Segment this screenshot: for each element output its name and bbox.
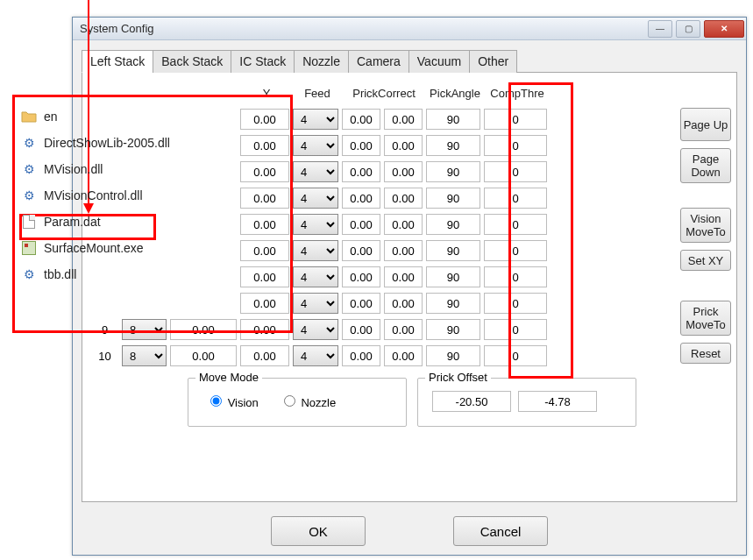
row-y-input[interactable] [240,319,289,340]
row-prickcorrect1-input[interactable] [342,214,380,235]
row-compthre-input[interactable] [484,240,547,261]
row-feed-select[interactable]: 4 [293,266,338,287]
row-compthre-input[interactable] [484,345,547,366]
maximize-button[interactable]: ▢ [676,20,700,38]
row-pickangle-input[interactable] [426,293,480,314]
vision-moveto-button[interactable]: Vision MoveTo [680,208,731,243]
folder-icon [21,109,37,124]
row-pickangle-input[interactable] [426,188,480,209]
row-prickcorrect2-input[interactable] [384,188,423,209]
row-prickcorrect1-input[interactable] [342,188,380,209]
row-pickangle-input[interactable] [426,266,480,287]
row-prickcorrect2-input[interactable] [384,109,423,130]
move-mode-nozzle[interactable]: Nozzle [280,393,336,409]
row-prickcorrect2-input[interactable] [384,214,423,235]
prick-offset-group: Prick Offset [417,378,636,427]
row-prickcorrect1-input[interactable] [342,135,380,156]
row-pickangle-input[interactable] [426,345,480,366]
row-prickcorrect1-input[interactable] [342,266,380,287]
prick-offset-legend: Prick Offset [425,371,491,384]
row-feed-select[interactable]: 4 [293,109,338,130]
tab-other[interactable]: Other [469,50,517,73]
page-down-button[interactable]: Page Down [680,148,731,183]
row-pickangle-input[interactable] [426,240,480,261]
row-feed-select[interactable]: 4 [293,319,338,340]
col-prickcorrect-header: PrickCorrect [342,87,426,100]
tab-ic-stack[interactable]: IC Stack [231,50,295,73]
row-pickangle-input[interactable] [426,161,480,182]
file-name: tbb.dll [44,267,76,281]
close-button[interactable]: ✕ [704,20,744,38]
row-prickcorrect2-input[interactable] [384,161,423,182]
row-compthre-input[interactable] [484,188,547,209]
tab-nozzle[interactable]: Nozzle [294,50,349,73]
set-xy-button[interactable]: Set XY [680,250,731,271]
row-prickcorrect1-input[interactable] [342,109,380,130]
file-item[interactable]: en [16,103,270,130]
row-compthre-input[interactable] [484,319,547,340]
window-title: System Config [80,22,154,35]
row-prickcorrect2-input[interactable] [384,266,423,287]
row-pickangle-input[interactable] [426,214,480,235]
page-up-button[interactable]: Page Up [680,108,731,141]
row-pickangle-input[interactable] [426,109,480,130]
tab-back-stack[interactable]: Back Stack [153,50,231,73]
prick-moveto-button[interactable]: Prick MoveTo [680,301,731,336]
row-prickcorrect1-input[interactable] [342,319,380,340]
row-sel-select[interactable]: 8 [122,345,167,366]
row-compthre-input[interactable] [484,161,547,182]
file-list-overlay: en⚙DirectShowLib-2005.dll⚙MVision.dll⚙MV… [16,103,270,287]
row-y-input[interactable] [240,345,289,366]
row-compthre-input[interactable] [484,214,547,235]
row-feed-select[interactable]: 4 [293,293,338,314]
row-feed-select[interactable]: 4 [293,214,338,235]
file-item[interactable]: ⚙MVisionControl.dll [16,182,270,209]
row-feed-select[interactable]: 4 [293,188,338,209]
row-prickcorrect2-input[interactable] [384,345,423,366]
titlebar: System Config — ▢ ✕ [73,18,746,40]
row-compthre-input[interactable] [484,135,547,156]
row-y-input[interactable] [240,293,289,314]
move-mode-vision[interactable]: Vision [206,393,259,409]
row-compthre-input[interactable] [484,293,547,314]
row-prickcorrect1-input[interactable] [342,345,380,366]
row-pickangle-input[interactable] [426,319,480,340]
row-feed-select[interactable]: 4 [293,161,338,182]
tab-left-stack[interactable]: Left Stack [82,50,153,73]
row-sel-select[interactable]: 8 [122,319,167,340]
row-prickcorrect2-input[interactable] [384,319,423,340]
file-item[interactable]: ⚙tbb.dll [16,261,270,287]
row-x-input[interactable] [170,345,237,366]
row-compthre-input[interactable] [484,266,547,287]
file-item[interactable]: Param.dat [16,209,270,235]
row-feed-select[interactable]: 4 [293,135,338,156]
file-item[interactable]: ⚙MVision.dll [16,156,270,182]
row-feed-select[interactable]: 4 [293,240,338,261]
row-prickcorrect1-input[interactable] [342,161,380,182]
minimize-button[interactable]: — [648,20,672,38]
tab-camera[interactable]: Camera [348,50,409,73]
reset-button[interactable]: Reset [680,343,731,364]
tab-vacuum[interactable]: Vacuum [408,50,470,73]
move-mode-vision-radio[interactable] [210,395,222,407]
row-prickcorrect2-input[interactable] [384,135,423,156]
dll-icon: ⚙ [21,266,37,282]
row-compthre-input[interactable] [484,109,547,130]
row-pickangle-input[interactable] [426,135,480,156]
row-prickcorrect2-input[interactable] [384,293,423,314]
row-x-input[interactable] [170,319,237,340]
col-feed-header: Feed [293,87,342,100]
cancel-button[interactable]: Cancel [453,516,548,546]
dll-icon: ⚙ [21,161,37,177]
row-prickcorrect1-input[interactable] [342,293,380,314]
row-prickcorrect2-input[interactable] [384,240,423,261]
prick-offset-x-input[interactable] [432,391,511,412]
row-prickcorrect1-input[interactable] [342,240,380,261]
file-item[interactable]: ⚙DirectShowLib-2005.dll [16,130,270,156]
ok-button[interactable]: OK [271,516,366,546]
file-item[interactable]: SurfaceMount.exe [16,235,270,261]
move-mode-nozzle-radio[interactable] [284,395,295,407]
row-feed-select[interactable]: 4 [293,345,338,366]
grid-row: 1084 [91,343,705,369]
prick-offset-y-input[interactable] [518,391,597,412]
